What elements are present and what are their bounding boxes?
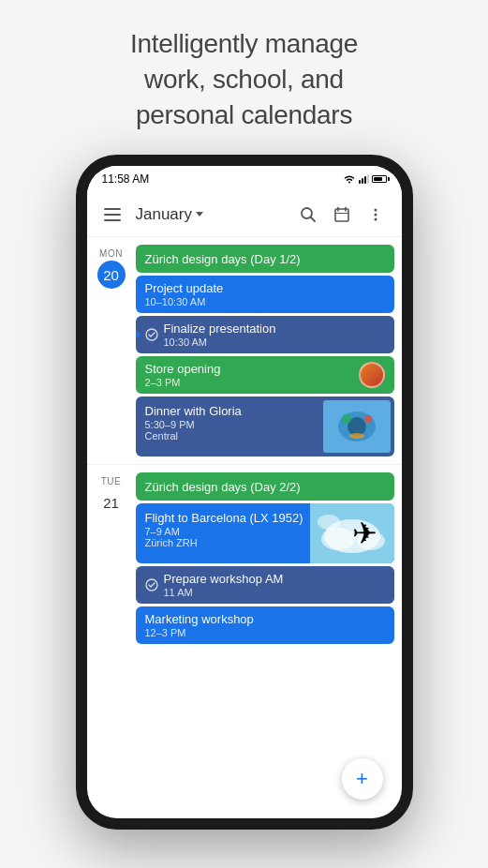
store-opening-event[interactable]: Store opening 2–3 PM <box>136 356 394 394</box>
prepare-check-icon <box>145 578 158 591</box>
day-name-tue: TUE <box>101 476 122 486</box>
store-opening-title: Store opening <box>145 362 221 376</box>
day-section-mon: MON 20 Zürich design days (Day 1/2) Proj… <box>87 241 402 460</box>
fab-button[interactable]: + <box>342 758 383 800</box>
status-bar: 11:58 AM <box>87 166 402 192</box>
finalize-time: 10:30 AM <box>164 337 276 348</box>
search-icon <box>300 206 317 223</box>
zurich-day1-event[interactable]: Zürich design days (Day 1/2) <box>136 245 394 273</box>
flight-event[interactable]: Flight to Barcelona (LX 1952) 7–9 AM Zür… <box>136 503 394 563</box>
prepare-workshop-time: 11 AM <box>164 587 284 598</box>
hamburger-icon <box>104 219 121 221</box>
finalize-title: Finalize presentation <box>164 322 276 336</box>
svg-point-9 <box>146 329 157 340</box>
status-time: 11:58 AM <box>102 172 150 186</box>
more-icon <box>367 206 384 223</box>
marketing-title: Marketing workshop <box>145 612 385 626</box>
zurich-day2-event[interactable]: Zürich design days (Day 2/2) <box>136 472 394 501</box>
phone-mockup: 11:58 AM <box>76 155 413 830</box>
store-opening-time: 2–3 PM <box>145 377 221 388</box>
hamburger-icon <box>104 208 121 210</box>
more-options-button[interactable] <box>361 200 391 230</box>
flight-title: Flight to Barcelona (LX 1952) <box>145 511 385 525</box>
store-avatar <box>359 362 385 388</box>
day-section-tue: TUE 21 Zürich design days (Day 2/2) <box>87 469 402 648</box>
day-label-21: TUE 21 <box>95 472 128 644</box>
day-divider <box>87 464 402 465</box>
chevron-down-icon <box>196 212 203 217</box>
project-update-event[interactable]: Project update 10–10:30 AM <box>136 276 394 313</box>
project-update-title: Project update <box>145 281 385 295</box>
month-label: January <box>136 205 192 224</box>
status-icons <box>343 174 387 185</box>
search-button[interactable] <box>293 200 323 230</box>
dinner-event[interactable]: Dinner with Gloria 5:30–9 PM Central <box>136 397 394 456</box>
day-label-20: MON 20 <box>95 245 128 456</box>
prepare-workshop-task[interactable]: Prepare workshop AM 11 AM <box>136 566 394 604</box>
menu-button[interactable] <box>98 200 128 230</box>
svg-point-8 <box>374 217 377 220</box>
svg-line-1 <box>310 217 315 221</box>
day-number-21: 21 <box>97 488 126 516</box>
signal-icon <box>359 174 369 184</box>
battery-icon <box>372 175 387 183</box>
toolbar-action-icons <box>293 200 391 230</box>
svg-point-6 <box>374 208 377 211</box>
day-events-20: Zürich design days (Day 1/2) Project upd… <box>136 245 394 456</box>
zurich-day2-title: Zürich design days (Day 2/2) <box>145 480 301 494</box>
wifi-icon <box>343 174 356 185</box>
task-check-icon <box>145 328 158 341</box>
svg-point-14 <box>364 415 372 423</box>
fab-plus-icon: + <box>356 769 368 789</box>
svg-rect-2 <box>335 209 348 221</box>
hero-text: Intelligently manage work, school, and p… <box>93 0 395 155</box>
marketing-time: 12–3 PM <box>145 627 385 638</box>
dinner-image <box>323 400 391 453</box>
toolbar: January <box>87 192 402 237</box>
day-name-mon: MON <box>99 248 123 259</box>
prepare-workshop-title: Prepare workshop AM <box>164 572 284 586</box>
svg-point-7 <box>374 213 377 216</box>
zurich-day1-title: Zürich design days (Day 1/2) <box>145 252 301 266</box>
day-events-21: Zürich design days (Day 2/2) <box>136 472 394 644</box>
food-illustration <box>323 400 391 453</box>
svg-point-21 <box>146 579 157 591</box>
month-selector[interactable]: January <box>136 205 286 224</box>
flight-time: 7–9 AM <box>145 526 385 537</box>
calendar-view-button[interactable] <box>327 200 357 230</box>
day-number-20: 20 <box>97 261 126 289</box>
finalize-task-event[interactable]: Finalize presentation 10:30 AM <box>136 316 394 353</box>
phone-screen: 11:58 AM <box>87 166 402 818</box>
hamburger-icon <box>104 214 121 216</box>
marketing-event[interactable]: Marketing workshop 12–3 PM <box>136 606 394 644</box>
time-indicator <box>136 331 140 338</box>
svg-point-15 <box>349 433 364 439</box>
calendar-content: MON 20 Zürich design days (Day 1/2) Proj… <box>87 237 402 818</box>
svg-point-13 <box>342 414 351 424</box>
calendar-icon <box>333 206 350 223</box>
flight-location: Zürich ZRH <box>145 537 385 548</box>
project-update-time: 10–10:30 AM <box>145 296 385 307</box>
